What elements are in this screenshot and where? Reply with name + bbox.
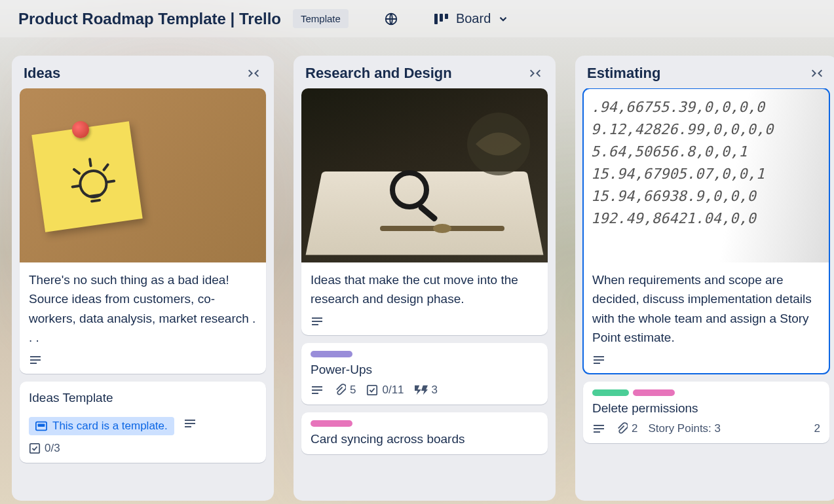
list-estimating: Estimating .94,66755.39,0,0,0,0 9.12,428… — [575, 56, 834, 501]
list-ideas: Ideas There's no such thing as a b — [12, 56, 274, 501]
card-text: Ideas that make the cut move into the re… — [311, 270, 539, 309]
card-cover-image — [301, 88, 548, 262]
board-header: Product Roadmap Template | Trello Templa… — [0, 0, 834, 37]
collapse-list-icon[interactable] — [808, 67, 825, 79]
globe-icon[interactable] — [384, 12, 398, 26]
card[interactable]: Delete permissions 2 Story Points: 3 2 — [583, 382, 829, 443]
card-cover-image — [20, 88, 266, 262]
card-text: When requirements and scope are decided,… — [592, 270, 820, 348]
powerup-badge: 3 — [415, 384, 438, 397]
checklist-badge: 0/11 — [366, 384, 404, 397]
list-title[interactable]: Ideas — [24, 65, 60, 82]
view-label: Board — [456, 11, 491, 26]
card[interactable]: Power-Ups 5 0/11 — [301, 343, 548, 405]
attachment-badge: 2 — [616, 422, 637, 435]
view-switcher[interactable]: Board — [434, 11, 509, 26]
card-title: Card syncing across boards — [311, 432, 539, 446]
card[interactable]: There's no such thing as a bad idea! Sou… — [20, 88, 266, 374]
svg-rect-2 — [440, 14, 443, 22]
card[interactable]: .94,66755.39,0,0,0,0 9.12,42826.99,0,0,0… — [583, 88, 829, 374]
attachment-badge: 5 — [334, 384, 356, 397]
description-icon — [311, 315, 324, 327]
description-icon — [311, 384, 324, 396]
description-icon — [183, 418, 197, 429]
card[interactable]: Ideas that make the cut move into the re… — [301, 88, 548, 335]
card-labels[interactable] — [311, 351, 539, 357]
card-cover-image: .94,66755.39,0,0,0,0 9.12,42826.99,0,0,0… — [583, 88, 829, 262]
card[interactable]: Card syncing across boards — [301, 412, 548, 454]
chevron-down-icon — [497, 13, 509, 25]
svg-rect-3 — [445, 14, 448, 19]
collapse-list-icon[interactable] — [245, 67, 262, 79]
card-text: There's no such thing as a bad idea! Sou… — [29, 270, 257, 348]
story-points-badge: Story Points: 3 — [648, 422, 721, 435]
board-view-icon — [434, 12, 449, 26]
svg-rect-6 — [38, 423, 45, 427]
checklist-badge: 0/3 — [29, 442, 60, 455]
card-labels[interactable] — [311, 420, 539, 427]
svg-rect-13 — [368, 386, 377, 395]
board-title: Product Roadmap Template | Trello — [18, 10, 281, 28]
card-title: Ideas Template — [29, 391, 257, 405]
extra-badge: 2 — [814, 422, 820, 435]
list-title[interactable]: Estimating — [587, 65, 660, 82]
card-labels[interactable] — [592, 389, 820, 396]
list-research-design: Research and Design Ideas that make the … — [294, 56, 556, 501]
board-canvas: Ideas There's no such thing as a b — [0, 37, 834, 501]
card-title: Delete permissions — [592, 401, 820, 416]
description-icon — [29, 354, 42, 366]
collapse-list-icon[interactable] — [527, 67, 544, 79]
list-title[interactable]: Research and Design — [305, 65, 452, 82]
description-icon — [592, 423, 605, 435]
svg-rect-7 — [30, 444, 39, 453]
svg-rect-1 — [434, 14, 438, 24]
template-chip[interactable]: Template — [293, 9, 349, 28]
svg-point-4 — [79, 169, 108, 198]
svg-point-11 — [433, 224, 451, 233]
card-title: Power-Ups — [311, 363, 539, 377]
description-icon — [592, 354, 605, 366]
card[interactable]: Ideas Template This card is a template. — [20, 382, 266, 463]
template-badge: This card is a template. — [29, 417, 174, 435]
svg-point-8 — [392, 173, 426, 207]
